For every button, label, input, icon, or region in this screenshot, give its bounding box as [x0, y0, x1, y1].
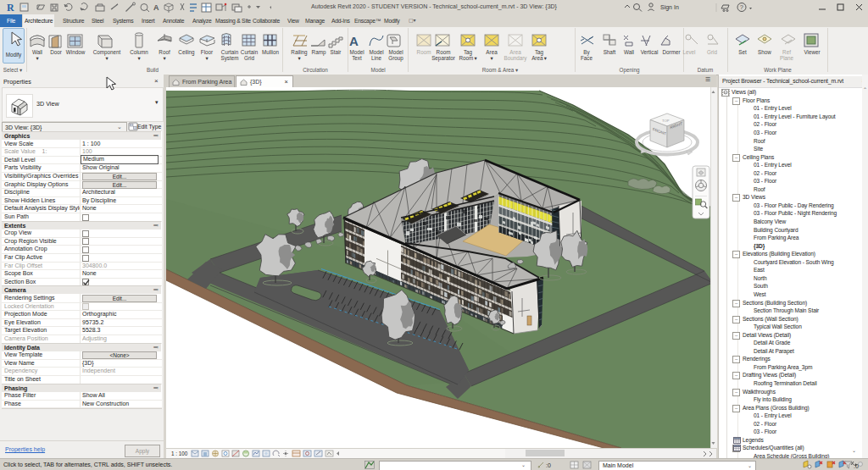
svg-text::0: :0	[854, 462, 859, 468]
svg-text:TOP: TOP	[662, 119, 670, 123]
svg-text:A: A	[349, 34, 359, 48]
svg-text::0: :0	[546, 462, 551, 468]
